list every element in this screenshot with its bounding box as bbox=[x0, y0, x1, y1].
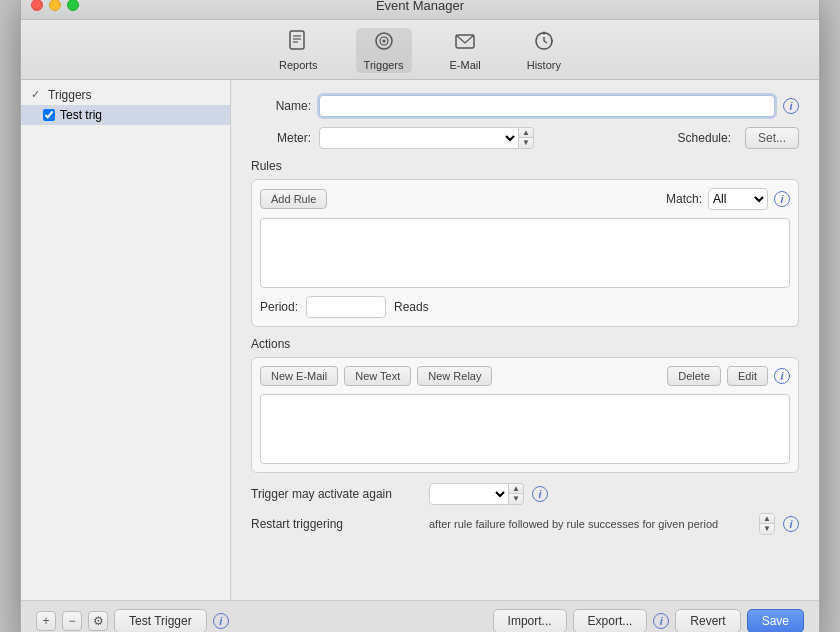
save-button[interactable]: Save bbox=[747, 609, 804, 633]
meter-stepper: ▲ ▼ bbox=[319, 127, 534, 149]
meter-arrows: ▲ ▼ bbox=[519, 127, 534, 149]
triggers-label: Triggers bbox=[364, 59, 404, 71]
email-icon bbox=[454, 30, 476, 57]
period-row: Period: Reads bbox=[260, 296, 790, 318]
reports-label: Reports bbox=[279, 59, 318, 71]
trigger-again-label: Trigger may activate again bbox=[251, 487, 421, 501]
match-area: Match: All Any i bbox=[666, 188, 790, 210]
maximize-button[interactable] bbox=[67, 0, 79, 11]
svg-line-9 bbox=[544, 41, 547, 43]
email-label: E-Mail bbox=[450, 59, 481, 71]
trigger-again-arrows: ▲ ▼ bbox=[509, 483, 524, 505]
reads-label: Reads bbox=[394, 300, 429, 314]
meter-down-arrow[interactable]: ▼ bbox=[519, 138, 533, 148]
history-label: History bbox=[527, 59, 561, 71]
name-label: Name: bbox=[251, 99, 311, 113]
triggers-icon bbox=[373, 30, 395, 57]
rules-toolbar: Add Rule Match: All Any i bbox=[260, 188, 790, 210]
restart-info[interactable]: i bbox=[783, 516, 799, 532]
toolbar-item-email[interactable]: E-Mail bbox=[442, 28, 489, 73]
actions-panel: New E-Mail New Text New Relay Delete Edi… bbox=[251, 357, 799, 473]
set-button[interactable]: Set... bbox=[745, 127, 799, 149]
trigger-again-down[interactable]: ▼ bbox=[509, 494, 523, 504]
trigger-again-up[interactable]: ▲ bbox=[509, 484, 523, 495]
gear-button[interactable]: ⚙ bbox=[88, 611, 108, 631]
schedule-label: Schedule: bbox=[678, 131, 731, 145]
period-label: Period: bbox=[260, 300, 298, 314]
name-info-button[interactable]: i bbox=[783, 98, 799, 114]
export-button[interactable]: Export... bbox=[573, 609, 648, 633]
sidebar-item-test-trig[interactable]: Test trig bbox=[21, 105, 230, 125]
toolbar-item-history[interactable]: History bbox=[519, 28, 569, 73]
add-trigger-button[interactable]: + bbox=[36, 611, 56, 631]
trigger-again-stepper: ▲ ▼ bbox=[429, 483, 524, 505]
triggers-check: ✓ bbox=[31, 88, 43, 101]
test-trig-checkbox[interactable] bbox=[43, 109, 55, 121]
restart-label: Restart triggering bbox=[251, 517, 421, 531]
bottom-bar: + − ⚙ Test Trigger i Import... Export...… bbox=[21, 600, 819, 633]
new-relay-button[interactable]: New Relay bbox=[417, 366, 492, 386]
new-text-button[interactable]: New Text bbox=[344, 366, 411, 386]
trigger-again-info[interactable]: i bbox=[532, 486, 548, 502]
window-title: Event Manager bbox=[376, 0, 464, 13]
restart-stepper: ▲ ▼ bbox=[759, 513, 775, 535]
actions-list bbox=[260, 394, 790, 464]
match-label: Match: bbox=[666, 192, 702, 206]
sidebar-section-triggers: ✓ Triggers bbox=[21, 85, 230, 105]
import-button[interactable]: Import... bbox=[493, 609, 567, 633]
meter-label: Meter: bbox=[251, 131, 311, 145]
name-row: Name: i bbox=[251, 95, 799, 117]
close-button[interactable] bbox=[31, 0, 43, 11]
svg-point-10 bbox=[542, 31, 545, 34]
titlebar: Event Manager bbox=[21, 0, 819, 20]
edit-button[interactable]: Edit bbox=[727, 366, 768, 386]
toolbar-item-reports[interactable]: Reports bbox=[271, 28, 326, 73]
meter-row: Meter: ▲ ▼ Schedule: Set... bbox=[251, 127, 799, 149]
actions-section: Actions New E-Mail New Text New Relay De… bbox=[251, 337, 799, 473]
meter-up-arrow[interactable]: ▲ bbox=[519, 128, 533, 139]
restart-up[interactable]: ▲ bbox=[760, 514, 774, 525]
test-trigger-info[interactable]: i bbox=[213, 613, 229, 629]
restart-value: after rule failure followed by rule succ… bbox=[429, 518, 751, 530]
toolbar-item-triggers[interactable]: Triggers bbox=[356, 28, 412, 73]
revert-button[interactable]: Revert bbox=[675, 609, 740, 633]
delete-button[interactable]: Delete bbox=[667, 366, 721, 386]
trigger-again-select[interactable] bbox=[429, 483, 509, 505]
meter-select[interactable] bbox=[319, 127, 519, 149]
add-rule-button[interactable]: Add Rule bbox=[260, 189, 327, 209]
actions-toolbar: New E-Mail New Text New Relay Delete Edi… bbox=[260, 366, 790, 386]
sidebar: ✓ Triggers Test trig bbox=[21, 80, 231, 600]
rules-panel: Add Rule Match: All Any i Period: bbox=[251, 179, 799, 327]
export-info[interactable]: i bbox=[653, 613, 669, 629]
minimize-button[interactable] bbox=[49, 0, 61, 11]
restart-row: Restart triggering after rule failure fo… bbox=[251, 513, 799, 535]
toolbar: Reports Triggers E-Mail bbox=[21, 20, 819, 80]
main-window: Event Manager Reports bbox=[20, 0, 820, 632]
reports-icon bbox=[287, 30, 309, 57]
match-info-button[interactable]: i bbox=[774, 191, 790, 207]
history-icon bbox=[533, 30, 555, 57]
content-area: ✓ Triggers Test trig Name: i Meter: bbox=[21, 80, 819, 600]
traffic-lights bbox=[31, 0, 79, 11]
sidebar-section-label: Triggers bbox=[48, 88, 92, 102]
trigger-again-row: Trigger may activate again ▲ ▼ i bbox=[251, 483, 799, 505]
svg-point-6 bbox=[382, 39, 385, 42]
match-select[interactable]: All Any bbox=[708, 188, 768, 210]
svg-point-11 bbox=[551, 40, 553, 42]
svg-rect-0 bbox=[290, 31, 304, 49]
rules-title: Rules bbox=[251, 159, 799, 173]
main-panel: Name: i Meter: ▲ ▼ Schedule: Set... bbox=[231, 80, 819, 600]
test-trigger-button[interactable]: Test Trigger bbox=[114, 609, 207, 633]
rules-section: Rules Add Rule Match: All Any i bbox=[251, 159, 799, 327]
actions-info-button[interactable]: i bbox=[774, 368, 790, 384]
period-input[interactable] bbox=[306, 296, 386, 318]
actions-title: Actions bbox=[251, 337, 799, 351]
new-email-button[interactable]: New E-Mail bbox=[260, 366, 338, 386]
restart-arrows: ▲ ▼ bbox=[759, 513, 775, 535]
remove-trigger-button[interactable]: − bbox=[62, 611, 82, 631]
sidebar-item-label: Test trig bbox=[60, 108, 102, 122]
rules-list bbox=[260, 218, 790, 288]
restart-down[interactable]: ▼ bbox=[760, 524, 774, 534]
name-input[interactable] bbox=[319, 95, 775, 117]
